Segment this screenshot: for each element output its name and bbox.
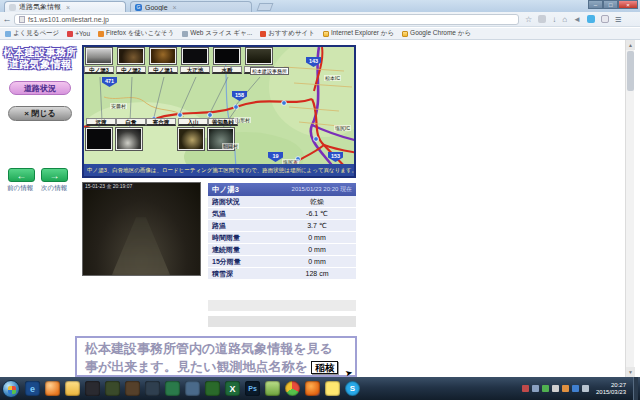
scroll-up-icon[interactable]: ▲ — [626, 40, 635, 50]
camera-thumb-taishoike[interactable] — [182, 48, 208, 64]
bookmark-item[interactable]: Web スライス ギャ... — [182, 29, 252, 38]
tree-app-icon[interactable] — [205, 381, 220, 396]
camera-label[interactable]: 入山 — [178, 118, 208, 126]
address-bar[interactable]: fs1.ws101.omilestart.ne.jp — [14, 14, 519, 25]
row-value: 3.7 ℃ — [278, 222, 356, 230]
printer-icon[interactable] — [185, 381, 200, 396]
camera-label[interactable]: 大正池 — [180, 66, 210, 74]
row-value: 乾燥 — [278, 197, 356, 207]
excel-icon[interactable]: X — [225, 381, 240, 396]
bookmark-star-icon[interactable]: ☆ — [525, 15, 532, 24]
instruction-line2-text: 事が出来ます。見たい観測地点名称を — [85, 359, 308, 374]
clipboard-extension-icon[interactable] — [538, 15, 546, 23]
camera-label[interactable]: 中ノ湯1 — [148, 66, 178, 74]
home-icon[interactable]: ⌂ — [562, 15, 567, 24]
bookmark-folder[interactable]: Internet Explorer から — [323, 29, 394, 38]
new-tab-button[interactable] — [257, 3, 274, 11]
explorer-folder-icon[interactable] — [65, 381, 80, 396]
chat-extension-icon[interactable] — [601, 15, 609, 23]
tray-icon[interactable] — [522, 385, 529, 392]
camera-label[interactable]: 中ノ湯2 — [116, 66, 146, 74]
camera-thumb-nakanoyu3[interactable] — [86, 48, 112, 64]
volume-icon[interactable] — [582, 385, 589, 392]
taskbar-clock[interactable]: 20:27 2015/03/23 — [592, 382, 630, 396]
app-icon[interactable] — [125, 381, 140, 396]
screen: 道路気象情報 × G Google × – □ × ← fs1.ws101.om… — [0, 0, 640, 400]
tray-icon[interactable] — [542, 385, 549, 392]
instruction-line2: 事が出来ます。見たい観測地点名称を 稲核 — [85, 358, 347, 376]
image-editor-icon[interactable] — [85, 381, 100, 396]
send-icon[interactable]: ◄ — [573, 15, 581, 24]
back-icon[interactable]: ← — [0, 14, 14, 24]
webcam-image: 15-01-23 金 20:19:07 — [82, 182, 201, 276]
show-desktop-button[interactable] — [633, 377, 638, 400]
chrome-icon[interactable] — [285, 381, 300, 396]
camera-label[interactable]: 沢渡 — [86, 118, 116, 126]
camera-thumb-nakanoyu1[interactable] — [150, 48, 176, 64]
app-icon[interactable] — [145, 381, 160, 396]
camera-label[interactable]: 白骨 — [116, 118, 146, 126]
firefox-icon[interactable] — [305, 381, 320, 396]
vertical-scrollbar[interactable]: ▲ ▼ — [625, 40, 634, 377]
road-status-button[interactable]: 道路状況 — [9, 81, 71, 95]
pictures-icon[interactable] — [265, 381, 280, 396]
internet-explorer-icon[interactable]: e — [25, 381, 40, 396]
close-page-button[interactable]: × 閉じる — [8, 106, 72, 121]
bookmark-item[interactable]: Firefox を使いこなそう — [98, 29, 174, 38]
next-info-label: 次の情報 — [41, 184, 67, 193]
spot-inekoki-button[interactable]: 稲核 — [311, 361, 338, 374]
tab-title: 道路気象情報 — [19, 2, 61, 12]
row-label: 積雪深 — [208, 269, 278, 279]
twitter-extension-icon[interactable] — [587, 15, 595, 23]
previous-info-button[interactable]: ← — [8, 168, 35, 182]
menu-icon[interactable]: ≡ — [615, 13, 621, 25]
browser-titlebar: 道路気象情報 × G Google × – □ × — [0, 0, 640, 12]
scroll-down-icon[interactable]: ▼ — [626, 367, 635, 377]
network-icon[interactable] — [572, 385, 579, 392]
tray-icon[interactable] — [532, 385, 539, 392]
skype-icon[interactable]: S — [345, 381, 360, 396]
photoshop-icon[interactable]: Ps — [245, 381, 260, 396]
site-icon — [19, 16, 25, 23]
bookmark-label: Google Chrome から — [410, 29, 471, 38]
camera-thumb-sawando[interactable] — [86, 128, 112, 150]
camera-thumb-shirahone[interactable] — [116, 128, 142, 150]
camera-thumb-nakanoyu2[interactable] — [118, 48, 144, 64]
close-window-button[interactable]: × — [618, 0, 638, 9]
empty-panel — [208, 316, 356, 327]
folder-icon — [402, 31, 408, 37]
grid-app-icon[interactable] — [165, 381, 180, 396]
bookmarks-bar: よく見るページ +You Firefox を使いこなそう Web スライス ギャ… — [0, 28, 640, 40]
start-button[interactable] — [2, 380, 20, 398]
camera-thumb-midono[interactable] — [214, 48, 240, 64]
tray-icon[interactable] — [552, 385, 559, 392]
site-title: 松本建設事務所 道路気象情報 — [2, 46, 78, 70]
maximize-button[interactable]: □ — [603, 0, 618, 9]
photo-app-icon[interactable] — [105, 381, 120, 396]
bookmark-folder[interactable]: Google Chrome から — [402, 29, 471, 38]
camera-thumb-iriyama[interactable] — [178, 128, 204, 150]
camera-label[interactable]: 水殿 — [212, 66, 242, 74]
bookmark-item[interactable]: おすすめサイト — [260, 29, 315, 38]
bookmark-item[interactable]: よく見るページ — [5, 29, 59, 38]
bookmark-icon — [5, 31, 11, 37]
bookmark-item[interactable]: +You — [67, 30, 90, 37]
town-label: 松本IC — [324, 75, 341, 81]
minimize-button[interactable]: – — [588, 0, 603, 9]
download-icon[interactable]: ↓ — [552, 15, 556, 24]
camera-thumb-inekoki[interactable] — [246, 48, 272, 64]
toolbar-extensions: ☆ ↓ ⌂ ◄ ≡ — [525, 13, 621, 25]
next-info-button[interactable]: → — [41, 168, 68, 182]
sticky-notes-icon[interactable] — [325, 381, 340, 396]
camera-label[interactable]: 寄合渡 — [146, 118, 176, 126]
road-map: 中ノ湯3 中ノ湯2 中ノ湯1 大正池 水殿 稲核 松本建設事務所 沢渡 白骨 寄… — [82, 45, 356, 178]
tab-road-weather[interactable]: 道路気象情報 × — [4, 1, 126, 12]
tab-close-icon[interactable]: × — [173, 4, 177, 11]
camera-label[interactable]: 中ノ湯3 — [84, 66, 114, 74]
tab-close-icon[interactable]: × — [66, 4, 70, 11]
scrollbar-thumb[interactable] — [627, 51, 634, 91]
media-player-icon[interactable] — [45, 381, 60, 396]
row-label: 気温 — [208, 209, 278, 219]
tab-google[interactable]: G Google × — [130, 1, 252, 12]
tray-icon[interactable] — [562, 385, 569, 392]
